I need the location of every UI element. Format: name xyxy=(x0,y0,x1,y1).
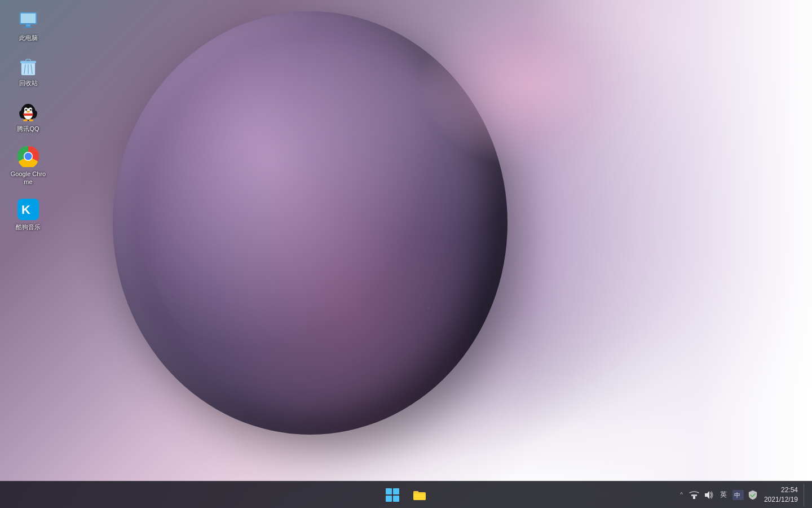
desktop-icons-area: 此电脑 xyxy=(0,0,56,485)
language-indicator[interactable]: 英 xyxy=(718,489,729,501)
desktop-icon-computer[interactable]: 此电脑 xyxy=(5,6,52,45)
svg-point-20 xyxy=(30,109,31,110)
recycle-icon-label: 回收站 xyxy=(19,79,38,87)
system-clock[interactable]: 22:54 2021/12/19 xyxy=(762,485,800,505)
sound-icon[interactable] xyxy=(703,489,714,501)
svg-point-23 xyxy=(23,119,28,121)
qq-icon xyxy=(17,100,39,122)
network-icon[interactable] xyxy=(689,489,700,501)
file-explorer-taskbar-button[interactable] xyxy=(407,483,432,507)
desktop-icon-recycle[interactable]: 回收站 xyxy=(5,51,52,90)
network-status-icon xyxy=(689,491,699,500)
svg-marker-34 xyxy=(705,491,709,499)
clock-time: 22:54 xyxy=(781,485,798,495)
kuwo-icon-label: 酷狗音乐 xyxy=(16,223,41,231)
computer-icon xyxy=(17,9,39,32)
svg-rect-33 xyxy=(691,494,697,496)
desktop-icon-kuwo[interactable]: K 酷狗音乐 xyxy=(5,195,52,234)
taskbar-tray: ^ 英 中 xyxy=(678,484,812,506)
svg-point-18 xyxy=(30,108,32,111)
win-quad-tr xyxy=(393,488,399,494)
tray-chevron-button[interactable]: ^ xyxy=(678,491,685,499)
recycle-icon xyxy=(17,54,39,77)
svg-point-24 xyxy=(29,119,33,121)
svg-point-29 xyxy=(25,152,32,160)
kuwo-icon: K xyxy=(17,198,39,221)
desktop-icon-qq[interactable]: 腾讯QQ xyxy=(5,97,52,136)
right-light-decoration xyxy=(530,0,812,508)
win-quad-bl xyxy=(386,496,392,502)
computer-icon-label: 此电脑 xyxy=(19,34,38,42)
desktop-icon-chrome[interactable]: Google Chrome xyxy=(5,142,52,190)
start-button[interactable] xyxy=(380,483,405,507)
svg-rect-12 xyxy=(26,59,30,62)
svg-rect-5 xyxy=(20,23,37,24)
win-quad-br xyxy=(393,496,399,502)
ime-icon: 中 xyxy=(732,490,744,500)
volume-icon xyxy=(704,490,714,500)
taskbar: ^ 英 中 xyxy=(0,481,812,508)
win-quad-tl xyxy=(386,488,392,494)
security-icon[interactable] xyxy=(747,489,758,501)
svg-text:K: K xyxy=(21,203,30,217)
shield-icon xyxy=(748,490,757,500)
svg-point-17 xyxy=(25,108,28,111)
svg-point-21 xyxy=(27,111,30,112)
svg-rect-22 xyxy=(23,113,34,116)
folder-taskbar-icon xyxy=(412,489,427,501)
ime-indicator[interactable]: 中 xyxy=(732,489,744,501)
qq-icon-label: 腾讯QQ xyxy=(17,125,39,133)
svg-point-19 xyxy=(26,109,27,110)
chrome-icon xyxy=(17,145,39,168)
svg-rect-32 xyxy=(693,496,695,499)
svg-text:中: 中 xyxy=(734,492,740,498)
svg-rect-2 xyxy=(21,14,36,23)
svg-rect-3 xyxy=(26,24,30,27)
windows-logo-icon xyxy=(386,488,399,502)
show-desktop-button[interactable] xyxy=(804,484,806,506)
svg-rect-4 xyxy=(24,27,33,28)
chrome-icon-label: Google Chrome xyxy=(9,170,48,186)
taskbar-center xyxy=(380,483,432,507)
clock-date: 2021/12/19 xyxy=(764,495,798,505)
